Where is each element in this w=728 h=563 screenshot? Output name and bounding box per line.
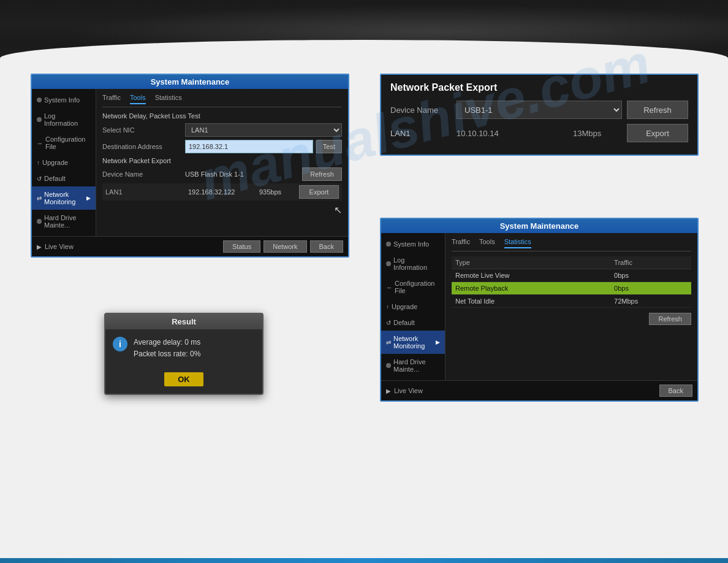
panel2-export-button[interactable]: Export [627,124,688,142]
network-button[interactable]: Network [264,240,306,253]
stats-table: Type Traffic Remote Live View 0bps Remot… [452,256,691,308]
panel4-system-maintenance-stats: System Maintenance System Info Log Infor… [380,218,699,402]
p4-chevron-right-icon: ▶ [436,339,440,345]
bottom-bar [0,558,728,563]
p4-sidebar-config-file[interactable]: ↔ Configuration File [381,275,445,299]
arrow-icon: ↔ [37,140,43,147]
stats-cell-type-2: Net Total Idle [452,295,610,308]
sidebar-item-label: Default [44,175,66,182]
sidebar-item-configuration-file[interactable]: ↔ Configuration File [32,131,96,155]
panel4-refresh-button[interactable]: Refresh [649,313,691,325]
live-view-label: Live View [45,243,103,250]
status-button[interactable]: Status [223,240,260,253]
panel3-body: i Average delay: 0 ms Packet loss rate: … [105,329,262,367]
lan-ip: 192.168.32.122 [188,188,256,196]
result-line2: Packet loss rate: 0% [134,348,200,360]
device-name-label: Device Name [102,170,182,178]
stats-row-0: Remote Live View 0bps [452,269,691,282]
p4-tab-statistics[interactable]: Statistics [504,238,531,248]
live-view-icon: ▶ [37,243,42,250]
select-nic-dropdown[interactable]: LAN1 [185,123,342,137]
p4-sidebar-label: Upgrade [392,303,417,310]
panel3-result-dialog: Result i Average delay: 0 ms Packet loss… [104,313,264,395]
p4-sidebar-label: Default [393,319,415,326]
p4-sidebar-label: Network Monitoring [393,335,433,350]
stats-cell-type-0: Remote Live View [452,269,610,282]
sidebar-item-label: Hard Drive Mainte... [44,214,91,229]
cursor-icon: ↖ [334,205,342,215]
panel2-refresh-button[interactable]: Refresh [627,101,688,119]
select-nic-label: Select NIC [102,126,182,134]
p4-sidebar-upgrade[interactable]: ↑ Upgrade [381,299,445,315]
p4-sidebar-network-monitoring[interactable]: ⇄ Network Monitoring ▶ [381,331,445,354]
p4-sidebar-default[interactable]: ↺ Default [381,315,445,331]
network-delay-title: Network Delay, Packet Loss Test [102,112,342,120]
panel4-back-button[interactable]: Back [659,385,692,397]
panel4-sidebar: System Info Log Information ↔ Configurat… [381,233,446,380]
back-button-panel1[interactable]: Back [310,240,343,253]
p4-sidebar-label: Log Information [393,256,440,271]
panel2-lan-row: LAN1 10.10.10.14 13Mbps Export [390,124,688,142]
export-button-panel1[interactable]: Export [299,185,339,199]
top-banner [0,0,728,64]
result-line1: Average delay: 0 ms [134,337,200,348]
stats-cell-type-1: Remote Playback [452,282,610,295]
p4-sidebar-label: Hard Drive Mainte... [393,358,440,373]
stats-row-2: Net Total Idle 72Mbps [452,295,691,308]
sidebar-item-label: Log Information [44,112,91,127]
dest-addr-row: Destination Address Test [102,140,342,153]
stats-cell-value-1: 0bps [610,282,691,295]
test-button[interactable]: Test [316,140,342,153]
p4-arrow-icon: ↔ [386,284,392,291]
stats-cell-value-0: 0bps [610,269,691,282]
p4-sidebar-label: Configuration File [395,280,440,294]
sidebar-item-hard-drive[interactable]: Hard Drive Mainte... [32,210,96,233]
device-name-value: USB Flash Disk 1-1 [185,170,299,178]
panel1-title: System Maintenance [32,75,348,89]
stats-col-type: Type [452,256,610,269]
panel3-footer: OK [105,367,262,394]
network-icon: ⇄ [37,195,42,202]
sidebar-item-log-information[interactable]: Log Information [32,108,96,131]
sidebar-item-upgrade[interactable]: ↑ Upgrade [32,155,96,170]
panel4-title: System Maintenance [381,219,697,233]
p4-network-icon: ⇄ [386,339,391,346]
p4-tab-tools[interactable]: Tools [479,238,495,248]
sidebar-item-network-monitoring[interactable]: ⇄ Network Monitoring ▶ [32,186,96,210]
dest-addr-input[interactable] [185,140,313,153]
p4-sidebar-log-info[interactable]: Log Information [381,252,445,275]
p4-live-view-icon: ▶ [386,388,391,394]
tab-traffic[interactable]: Traffic [102,94,121,104]
p4-sidebar-hard-drive[interactable]: Hard Drive Mainte... [381,354,445,377]
tab-statistics[interactable]: Statistics [155,94,182,104]
p4-live-view-label: Live View [394,387,452,394]
upgrade-icon: ↑ [37,159,40,166]
stats-row-1: Remote Playback 0bps [452,282,691,295]
p4-default-icon: ↺ [386,320,391,326]
panel1-sidebar: System Info Log Information ↔ Configurat… [32,89,96,236]
panel3-title: Result [105,314,262,329]
ok-button[interactable]: OK [164,372,203,386]
panel4-tabs: Traffic Tools Statistics [452,238,691,251]
stats-col-traffic: Traffic [610,256,691,269]
refresh-button-panel1[interactable]: Refresh [302,167,342,181]
panel2-device-select[interactable]: USB1-1 [457,101,622,119]
p4-sidebar-system-info[interactable]: System Info [381,236,445,252]
sidebar-item-system-info[interactable]: System Info [32,92,96,108]
panel1-system-maintenance: System Maintenance System Info Log Infor… [31,74,349,258]
sidebar-item-default[interactable]: ↺ Default [32,170,96,186]
panel1-live-view-row: ▶ Live View Status Network Back [32,236,348,256]
panel3-text: Average delay: 0 ms Packet loss rate: 0% [134,337,200,360]
stats-cell-value-2: 72Mbps [610,295,691,308]
tab-tools[interactable]: Tools [130,94,146,104]
panel2-title: Network Packet Export [390,82,688,93]
lan-speed: 935bps [259,188,296,196]
network-packet-export-title: Network Packet Export [102,157,342,164]
panel1-footer-buttons: Status Network Back [103,240,343,253]
panel2-network-packet-export: Network Packet Export Device Name USB1-1… [380,74,699,156]
p4-upgrade-icon: ↑ [386,304,389,310]
device-name-row: Device Name USB Flash Disk 1-1 Refresh [102,167,342,181]
p4-sidebar-label: System Info [393,240,429,248]
p4-tab-traffic[interactable]: Traffic [452,238,470,248]
panel1-main: Traffic Tools Statistics Network Delay, … [96,89,348,236]
